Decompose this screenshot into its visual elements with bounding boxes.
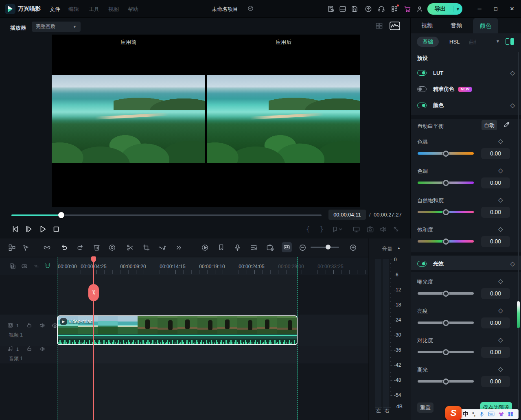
tab-video[interactable]: 视频 xyxy=(421,22,433,29)
add-track-icon[interactable] xyxy=(9,263,16,269)
save-icon[interactable] xyxy=(351,5,358,13)
mute-speaker-icon[interactable] xyxy=(379,225,387,233)
menu-tools[interactable]: 工具 xyxy=(89,6,99,13)
slider-value[interactable]: 0.00 xyxy=(481,207,510,218)
volume-meter-title[interactable]: 音量 xyxy=(382,245,392,253)
account-icon[interactable] xyxy=(416,5,423,13)
snapshot-camera-icon[interactable] xyxy=(366,225,374,233)
keyframe-icon[interactable]: ◇ xyxy=(498,225,503,233)
lock-track-icon[interactable] xyxy=(26,346,33,352)
timeline-snapshot-icon[interactable] xyxy=(266,244,274,252)
ime-mic-icon[interactable] xyxy=(479,411,484,417)
slider-value[interactable]: 0.00 xyxy=(481,177,510,188)
fullscreen-icon[interactable] xyxy=(392,225,400,233)
reset-button[interactable]: 重置 xyxy=(417,402,433,413)
playhead-handle[interactable] xyxy=(91,256,96,261)
video-scope-icon[interactable] xyxy=(390,22,400,30)
ime-punctuation-button[interactable]: °, xyxy=(472,411,475,417)
media-layout-icon[interactable] xyxy=(8,244,16,252)
current-time[interactable]: 00:00:04:11 xyxy=(328,210,366,220)
menu-help[interactable]: 帮助 xyxy=(128,6,138,13)
keyframe-icon[interactable]: ◇ xyxy=(498,278,503,285)
ime-logo[interactable]: S xyxy=(445,406,462,420)
crop-icon[interactable] xyxy=(142,244,150,252)
stop-button[interactable] xyxy=(52,225,61,234)
compare-view-icon[interactable] xyxy=(506,38,514,45)
delete-icon[interactable] xyxy=(93,244,101,252)
minimize-button[interactable]: ─ xyxy=(475,5,484,13)
voiceover-mic-icon[interactable] xyxy=(234,244,241,252)
ime-skin-icon[interactable] xyxy=(498,411,504,417)
color-match-toggle[interactable] xyxy=(417,86,427,92)
mute-track-icon[interactable] xyxy=(39,322,45,328)
playhead-split-button[interactable] xyxy=(88,284,99,301)
snap-magnet-icon[interactable] xyxy=(44,263,51,269)
close-button[interactable]: ✕ xyxy=(508,5,516,13)
select-tool-icon[interactable] xyxy=(22,244,30,252)
publish-icon[interactable] xyxy=(365,5,372,13)
panel-scrollbar-track[interactable] xyxy=(518,52,519,412)
color-toggle[interactable] xyxy=(417,103,427,108)
audio-stretch-icon[interactable] xyxy=(158,244,166,252)
maximize-button[interactable]: □ xyxy=(492,5,500,13)
keyframe-icon[interactable]: ◇ xyxy=(498,336,503,343)
export-chevron-icon[interactable]: ▼ xyxy=(453,7,462,11)
color-keyframe-icon[interactable]: ◇ xyxy=(510,102,515,109)
audio-mixer-icon[interactable] xyxy=(250,244,258,252)
seek-handle[interactable] xyxy=(58,212,64,218)
split-scissors-icon[interactable] xyxy=(126,244,134,252)
tab-audio[interactable]: 音频 xyxy=(451,22,462,29)
slider-handle[interactable] xyxy=(443,320,449,326)
link-clip-icon[interactable] xyxy=(43,244,51,252)
menu-file[interactable]: 文件 xyxy=(50,6,60,13)
marker-icon[interactable] xyxy=(217,244,225,252)
ime-tools-grid-icon[interactable] xyxy=(508,411,513,417)
keyframe-icon[interactable]: ◇ xyxy=(498,167,503,174)
mute-track-icon[interactable] xyxy=(39,346,45,352)
keyframe-icon[interactable]: ◇ xyxy=(498,307,503,314)
zoom-slider[interactable] xyxy=(311,247,339,248)
marker-dropdown-icon[interactable] xyxy=(332,225,342,233)
plugins-grid-icon[interactable] xyxy=(391,5,398,13)
menu-edit[interactable]: 编辑 xyxy=(68,6,79,13)
slider-handle[interactable] xyxy=(443,209,449,215)
slider-handle[interactable] xyxy=(443,151,449,157)
light-toggle[interactable] xyxy=(417,261,427,267)
mirror-display-icon[interactable] xyxy=(352,225,360,233)
undo-icon[interactable] xyxy=(60,244,68,252)
volume-collapse-icon[interactable]: ▲ xyxy=(397,246,401,250)
slider-value[interactable]: 0.00 xyxy=(481,236,510,247)
slider-handle[interactable] xyxy=(443,291,449,297)
speed-ramp-icon[interactable] xyxy=(201,244,209,252)
slider-handle[interactable] xyxy=(443,180,449,186)
link-tracks-icon[interactable] xyxy=(21,263,28,269)
render-preview-icon[interactable] xyxy=(108,244,116,252)
subtab-curves[interactable]: 曲线 xyxy=(469,39,476,46)
slider-value[interactable]: 0.00 xyxy=(481,347,510,358)
unlink-tracks-icon[interactable] xyxy=(33,263,39,269)
keyframe-icon[interactable]: ◇ xyxy=(498,138,503,145)
keyframe-icon[interactable]: ◇ xyxy=(498,196,503,203)
lut-keyframe-icon[interactable]: ◇ xyxy=(510,69,515,77)
store-cart-icon[interactable] xyxy=(404,5,411,13)
slider-handle[interactable] xyxy=(443,238,449,245)
quality-dropdown[interactable]: 完整画质 ▼ xyxy=(32,22,81,32)
next-frame-button[interactable] xyxy=(25,225,34,234)
ime-language-button[interactable]: 中 xyxy=(463,411,468,418)
keyframe-icon[interactable]: ◇ xyxy=(498,365,503,373)
tab-color[interactable]: 颜色 xyxy=(473,18,498,33)
layout-grid-icon[interactable] xyxy=(375,22,383,30)
zoom-in-icon[interactable] xyxy=(349,244,357,252)
zoom-out-icon[interactable] xyxy=(299,244,306,252)
menu-view[interactable]: 视图 xyxy=(108,6,119,13)
more-tools-icon[interactable] xyxy=(175,244,183,252)
ime-keyboard-icon[interactable] xyxy=(488,411,495,417)
eyedropper-icon[interactable] xyxy=(503,121,510,128)
auto-ripple-icon[interactable] xyxy=(282,242,292,252)
render-queue-icon[interactable] xyxy=(327,5,335,13)
subtab-basic[interactable]: 基础 xyxy=(417,37,439,47)
export-button[interactable]: 导出 ▼ xyxy=(427,3,462,15)
lock-track-icon[interactable] xyxy=(26,322,33,328)
mark-out-icon[interactable]: } xyxy=(320,225,324,233)
slider-value[interactable]: 0.00 xyxy=(481,288,510,299)
